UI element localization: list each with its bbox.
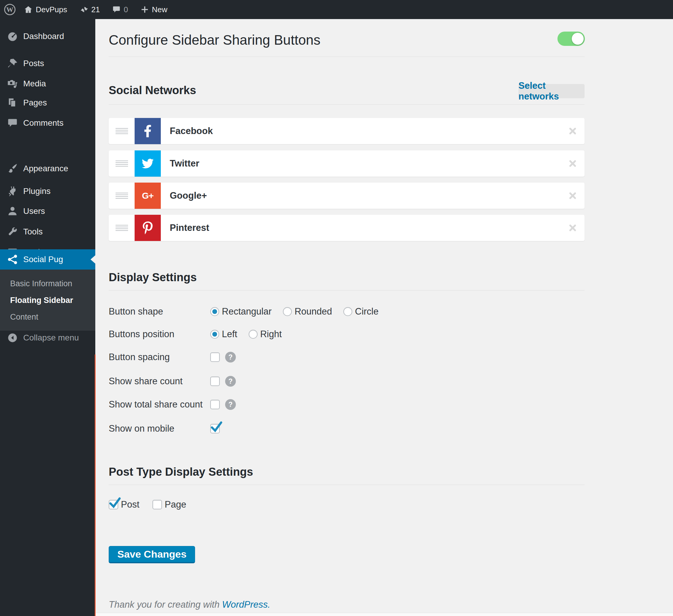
save-changes-button[interactable]: Save Changes [109, 546, 195, 563]
comments-count[interactable]: 0 [124, 5, 128, 14]
site-name-link[interactable]: DevPups [36, 5, 67, 14]
setting-row-show-share-count: Show share count ? [109, 369, 585, 393]
wrench-icon [6, 226, 19, 237]
sidebar-item-plugins[interactable]: Plugins [0, 181, 95, 201]
comments-bubble-icon[interactable] [112, 5, 121, 14]
radio-label[interactable]: Left [222, 329, 237, 340]
share-icon [6, 254, 19, 265]
radio-label[interactable]: Circle [355, 306, 379, 317]
sidebar-item-comments[interactable]: Comments [0, 113, 95, 133]
submenu-item-content[interactable]: Content [0, 309, 95, 325]
enable-sidebar-toggle[interactable] [557, 32, 585, 46]
checkbox-post[interactable] [109, 500, 118, 509]
plug-icon [6, 186, 19, 197]
new-menu-item[interactable]: New [152, 5, 167, 14]
drag-handle-icon[interactable] [116, 193, 128, 199]
radio-left[interactable] [210, 330, 219, 339]
updates-icon[interactable] [80, 5, 89, 14]
comment-bubble-icon [6, 118, 19, 129]
footer-text: Thank you for creating with WordPress. [109, 599, 270, 610]
radio-circle[interactable] [344, 307, 352, 316]
network-row-facebook: Facebook [109, 118, 585, 144]
sidebar-item-media[interactable]: Media [0, 73, 95, 94]
setting-row-post-types: Post Page [109, 493, 585, 517]
media-icon [6, 78, 19, 89]
help-icon[interactable]: ? [225, 352, 236, 363]
drag-handle-icon[interactable] [116, 225, 128, 231]
collapse-menu-button[interactable]: Collapse menu [0, 328, 95, 348]
help-icon[interactable]: ? [225, 399, 236, 410]
radio-label[interactable]: Rectangular [222, 306, 272, 317]
sidebar-item-dashboard[interactable]: Dashboard [0, 26, 95, 46]
sidebar-item-posts[interactable]: Posts [0, 53, 95, 73]
home-icon[interactable] [24, 5, 33, 14]
radio-label[interactable]: Rounded [294, 306, 332, 317]
remove-network-icon[interactable] [569, 127, 577, 135]
social-pug-submenu: Basic Information Floating Sidebar Conte… [0, 269, 95, 331]
network-row-pinterest: Pinterest [109, 215, 585, 241]
twitter-icon [135, 151, 161, 177]
remove-network-icon[interactable] [569, 159, 577, 168]
checkbox-label[interactable]: Page [165, 499, 186, 510]
submenu-item-floating-sidebar[interactable]: Floating Sidebar [0, 292, 95, 309]
content-bottom-edge [95, 613, 673, 616]
sidebar-item-tools[interactable]: Tools [0, 222, 95, 242]
submenu-item-basic-information[interactable]: Basic Information [0, 275, 95, 292]
google-plus-icon: G+ [135, 183, 161, 209]
user-icon [6, 206, 19, 217]
setting-label: Show total share count [109, 399, 203, 410]
sidebar-item-appearance[interactable]: Appearance [0, 159, 95, 179]
facebook-icon [135, 118, 161, 144]
checkbox-button-spacing[interactable] [210, 352, 220, 362]
sidebar-accent-line [95, 355, 95, 616]
updates-count[interactable]: 21 [91, 5, 100, 14]
current-menu-arrow [90, 255, 95, 264]
radio-rounded[interactable] [283, 307, 292, 316]
sidebar-item-users[interactable]: Users [0, 201, 95, 221]
network-name: Twitter [170, 151, 199, 177]
setting-label: Buttons position [109, 329, 175, 340]
setting-label: Show on mobile [109, 423, 175, 434]
pages-icon [6, 97, 19, 108]
remove-network-icon[interactable] [569, 224, 577, 232]
sidebar-item-social-pug[interactable]: Social Pug [0, 249, 95, 269]
collapse-arrow-icon [6, 333, 19, 343]
plus-icon[interactable] [141, 5, 149, 14]
dashboard-icon [6, 31, 19, 42]
checkbox-show-total-share-count[interactable] [210, 400, 220, 409]
setting-label: Button shape [109, 306, 163, 317]
drag-handle-icon[interactable] [116, 128, 128, 134]
social-networks-heading: Social Networks [109, 84, 196, 96]
main-content: Configure Sidebar Sharing Buttons Social… [95, 19, 673, 616]
checkbox-page[interactable] [153, 500, 162, 509]
page-title: Configure Sidebar Sharing Buttons [109, 31, 320, 49]
setting-row-button-shape: Button shape Rectangular Rounded Circle [109, 300, 585, 324]
radio-label[interactable]: Right [260, 329, 282, 340]
network-name: Pinterest [170, 215, 209, 241]
setting-row-button-spacing: Button spacing ? [109, 345, 585, 369]
checkbox-label[interactable]: Post [121, 499, 139, 510]
network-row-google-plus: G+ Google+ [109, 183, 585, 209]
help-icon[interactable]: ? [225, 376, 236, 387]
display-settings-heading: Display Settings [109, 271, 197, 283]
admin-sidebar: Dashboard Posts Media Pages Comments App… [0, 19, 95, 616]
divider [109, 290, 585, 290]
select-networks-button[interactable]: Select networks [518, 84, 585, 98]
radio-rectangular[interactable] [210, 307, 219, 316]
wordpress-link[interactable]: WordPress. [222, 599, 270, 610]
setting-row-show-total-share-count: Show total share count ? [109, 393, 585, 416]
network-name: Facebook [170, 118, 213, 144]
checkbox-show-on-mobile[interactable] [210, 424, 220, 433]
wordpress-logo-icon[interactable]: W [4, 4, 15, 15]
setting-label: Button spacing [109, 352, 170, 363]
divider [109, 104, 585, 105]
checkbox-show-share-count[interactable] [210, 377, 220, 386]
pinterest-icon [135, 215, 161, 241]
sidebar-item-pages[interactable]: Pages [0, 92, 95, 113]
setting-label: Show share count [109, 376, 183, 387]
drag-handle-icon[interactable] [116, 161, 128, 167]
setting-row-show-on-mobile: Show on mobile [109, 417, 585, 441]
radio-right[interactable] [249, 330, 258, 339]
admin-top-bar: W DevPups 21 0 New [0, 0, 673, 19]
remove-network-icon[interactable] [569, 192, 577, 200]
